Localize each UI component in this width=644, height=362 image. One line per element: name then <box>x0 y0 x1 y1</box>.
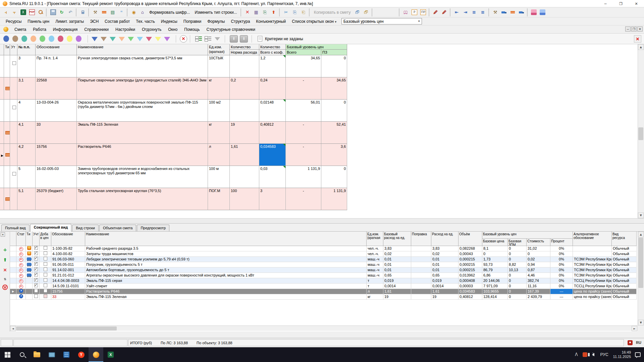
paste-icon[interactable]: ⎗ <box>300 8 308 16</box>
resource-row[interactable]: 33Эмаль ПФ-115 Зеленаякг19190,40812128,4… <box>10 294 637 300</box>
building-icon[interactable]: ⌂ <box>139 8 147 16</box>
filter-funnel-icon[interactable] <box>155 37 161 41</box>
menu-8[interactable]: Помощь <box>181 26 203 33</box>
resource-vscrollbar[interactable]: ▲ ▼ <box>638 232 643 325</box>
notification-icon[interactable] <box>628 340 633 345</box>
filter-funnel-icon[interactable] <box>119 37 125 41</box>
clear-filter-icon[interactable]: ✕ <box>180 35 187 43</box>
smeta-app-icon[interactable] <box>89 347 103 362</box>
cell-qty[interactable]: 0,034583 <box>259 144 286 166</box>
checkbox[interactable] <box>12 61 16 65</box>
scroll-left-icon[interactable]: ◄ <box>10 326 16 331</box>
filter-funnel-icon[interactable] <box>128 37 134 41</box>
panel-item-4[interactable]: ЭСН <box>87 18 102 24</box>
filter-funnel-icon[interactable] <box>164 37 170 41</box>
checkbox[interactable] <box>34 262 38 266</box>
insert-page-icon[interactable]: ⎘ <box>261 8 269 16</box>
swap-resource-icon[interactable]: ⇅ <box>2 276 8 283</box>
filter-funnel-icon[interactable] <box>110 37 116 41</box>
file-explorer-icon[interactable] <box>30 347 44 362</box>
pdf-export-icon[interactable]: PDF <box>28 8 36 16</box>
estimate-row[interactable]: 516-02-005-03Замена трубопроводов отопле… <box>0 166 347 188</box>
indent-icon[interactable]: ⇥ <box>462 8 470 16</box>
checkbox[interactable] <box>44 294 47 298</box>
outdent-icon[interactable]: ⇤ <box>453 8 461 16</box>
checkbox[interactable] <box>34 294 38 298</box>
pane-splitter[interactable] <box>0 218 644 224</box>
resource-row[interactable]: ×91.21.01-012Агрегаты окрасочные высоког… <box>10 273 637 278</box>
menu-1[interactable]: Смета <box>11 26 30 33</box>
resource-row[interactable]: ×14.5.09.11-0101Уайт-спиритт0,00140,0014… <box>10 284 637 289</box>
funnel-icon[interactable] <box>215 37 220 41</box>
filter-circle-icon[interactable] <box>67 36 72 42</box>
tray-red-icon[interactable] <box>583 352 587 357</box>
price-level-combo[interactable]: Базовый уровень цен▼ <box>341 18 422 24</box>
filter-funnel-icon[interactable] <box>92 37 98 41</box>
edit-list-remove-icon[interactable]: 🖉 <box>440 8 448 16</box>
panel-item-5[interactable]: Состав работ <box>102 18 133 24</box>
truck-icon[interactable] <box>500 8 508 16</box>
refresh-icon[interactable]: ↻ <box>58 8 66 16</box>
checkbox[interactable] <box>34 251 38 255</box>
checkbox[interactable] <box>44 246 47 250</box>
scroll-thumb[interactable] <box>638 127 643 140</box>
checkbox[interactable] <box>44 267 47 271</box>
scroll-up-icon[interactable]: ▲ <box>638 44 644 50</box>
checkbox[interactable] <box>34 273 38 277</box>
checkbox[interactable] <box>34 246 38 250</box>
taskbar-search-icon[interactable] <box>15 347 30 362</box>
bricks-toolbar-icon[interactable] <box>509 8 517 16</box>
filter-funnel-icon[interactable] <box>146 37 152 41</box>
estimate-row[interactable]: 413-03-004-26Окраска металлических огрун… <box>0 100 347 122</box>
excel-app-icon[interactable]: X <box>103 347 118 362</box>
volume-icon[interactable] <box>592 353 594 356</box>
tab-4[interactable]: Объектная смета <box>99 225 137 231</box>
copy-doc-icon[interactable]: 🗗 <box>354 8 362 16</box>
maximize-button[interactable]: ❐ <box>613 0 629 7</box>
scroll-down-icon[interactable]: ▼ <box>638 213 644 218</box>
tab-5[interactable]: Предпросмотр <box>137 225 169 231</box>
panel-item-9[interactable]: Формулы <box>204 18 228 24</box>
excel-export-icon[interactable]: X <box>19 8 27 16</box>
checkbox[interactable] <box>34 257 38 260</box>
notebook-icon[interactable]: 🕮 <box>402 8 410 16</box>
tree-add-icon[interactable]: ⫟ <box>10 8 18 16</box>
checkbox[interactable] <box>12 172 16 176</box>
panel-item-3[interactable]: Лимит. затраты <box>52 18 87 24</box>
filter-list-icon[interactable] <box>205 36 211 42</box>
panel-close-icon[interactable]: × <box>1 232 5 237</box>
checkbox[interactable] <box>44 284 47 287</box>
mdi-restore-button[interactable]: ❐ <box>631 26 637 32</box>
notification-center-icon[interactable] <box>635 352 641 357</box>
estimate-row[interactable]: 5,125379 (бюджет)Труба стальная электрос… <box>0 188 347 210</box>
panel-item-8[interactable]: Поправки <box>180 18 204 24</box>
menu-7[interactable]: Окно <box>165 26 181 33</box>
menu-3[interactable]: Информация <box>50 26 81 33</box>
estimate-row[interactable]: 4,133Эмаль ПФ-115 Зеленаякг190,40812-52,… <box>0 122 347 144</box>
panel-item-10[interactable]: Структура <box>228 18 253 24</box>
resource-row[interactable]: ×4-100-00-82Затраты труда машинистовчел.… <box>10 251 637 257</box>
indent-lines-icon[interactable]: ≡ <box>479 8 487 16</box>
scroll-down-icon[interactable]: ▼ <box>638 320 644 325</box>
minimize-button[interactable]: ─ <box>598 0 613 7</box>
panel-item-1[interactable]: Ресурсы <box>3 18 24 24</box>
add-material-icon[interactable] <box>100 8 108 16</box>
building-calc-icon[interactable]: ▦ <box>252 8 260 16</box>
save-icon[interactable] <box>49 8 57 16</box>
tray-expand-icon[interactable]: ᐱ <box>575 352 578 357</box>
taskbar-language[interactable]: РУС <box>600 352 608 357</box>
move-resource-up-icon[interactable]: ⬆ <box>2 256 8 263</box>
filter-circle-icon[interactable] <box>31 36 36 42</box>
scroll-up-icon[interactable]: ▲ <box>638 232 644 237</box>
filter-circle-icon[interactable] <box>49 36 54 42</box>
checkbox[interactable] <box>44 262 47 266</box>
filter-close-icon[interactable]: ✕ <box>634 35 641 43</box>
checkbox[interactable] <box>34 267 38 271</box>
filter-circle-icon[interactable] <box>76 36 82 42</box>
search-icon[interactable] <box>37 8 45 16</box>
scroll-thumb[interactable] <box>638 238 643 288</box>
coin-icon[interactable]: ◉ <box>130 8 138 16</box>
edit-list-icon[interactable]: 🖉 <box>432 8 440 16</box>
filter-circle-icon[interactable] <box>3 36 9 42</box>
outdent-lines-icon[interactable]: ≡ <box>470 8 478 16</box>
